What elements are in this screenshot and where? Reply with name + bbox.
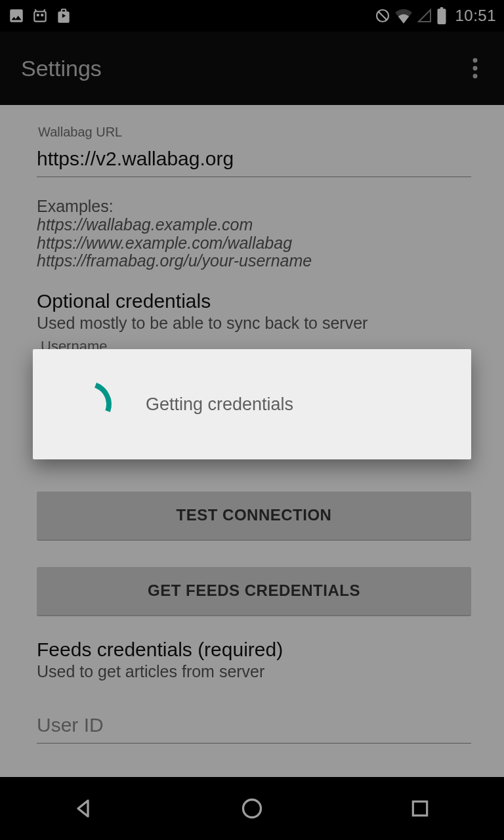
dialog-message: Getting credentials [146, 394, 293, 415]
progress-dialog: Getting credentials [33, 349, 471, 459]
spinner-icon [66, 381, 112, 427]
